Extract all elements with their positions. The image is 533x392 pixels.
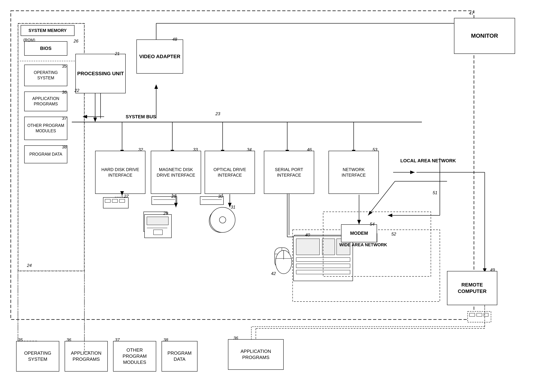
other-program-modules-box: OTHER PROGRAM MODULES — [24, 117, 67, 140]
svg-rect-92 — [296, 239, 320, 255]
svg-point-87 — [219, 217, 226, 223]
ref-53: 53 — [373, 147, 377, 152]
other-program-modules-expanded: OTHER PROGRAM MODULES — [113, 341, 156, 372]
svg-rect-74 — [103, 197, 128, 208]
application-programs-expanded: APPLICATION PROGRAMS — [65, 341, 108, 372]
ref-36c: 36 — [233, 336, 238, 341]
ref-47: 47 — [469, 11, 474, 16]
ref-27: 27 — [124, 194, 129, 199]
ref-52: 52 — [391, 232, 396, 237]
svg-marker-64 — [368, 211, 373, 215]
monitor-box: MONITOR — [454, 18, 515, 54]
modem-box: MODEM — [341, 224, 377, 242]
svg-marker-114 — [388, 214, 392, 217]
ref-34: 34 — [247, 147, 252, 152]
program-data-expanded: PROGRAM DATA — [162, 341, 197, 372]
ref-37a: 37 — [62, 116, 67, 121]
ref-28: 28 — [171, 194, 176, 199]
serial-port-interface-box: SERIAL PORT INTERFACE — [264, 151, 314, 194]
ref-22: 22 — [75, 88, 79, 93]
ref-38b: 38 — [163, 337, 168, 342]
ref-35b: 35 — [18, 337, 23, 342]
processing-unit-box: PROCESSING UNIT — [75, 54, 126, 93]
network-interface-box: NETWORK INTERFACE — [328, 151, 379, 194]
svg-marker-9 — [154, 84, 158, 89]
ref-36b: 36 — [66, 337, 71, 342]
ref-42: 42 — [271, 271, 276, 276]
mouse-device-42 — [275, 249, 293, 275]
application-programs-box: APPLICATION PROGRAMS — [24, 92, 67, 111]
ref-54: 54 — [370, 222, 375, 227]
optical-drive-interface-box: OPTICAL DRIVE INTERFACE — [205, 151, 255, 194]
ref-33: 33 — [193, 147, 198, 152]
remote-device-36c — [467, 311, 492, 324]
ref-35a: 35 — [62, 64, 67, 69]
svg-rect-81 — [147, 217, 168, 225]
local-area-network-label: LOCAL AREA NETWORK — [400, 158, 456, 163]
wide-area-network-label: WIDE AREA NETWORK — [339, 242, 387, 247]
floppy-device-29 — [144, 214, 172, 239]
ref-40: 40 — [305, 233, 310, 238]
svg-rect-93 — [322, 239, 335, 255]
ref-29: 29 — [163, 211, 168, 216]
svg-marker-110 — [357, 220, 361, 224]
video-adapter-box: VIDEO ADAPTER — [136, 39, 183, 74]
svg-marker-5 — [93, 117, 97, 122]
ref-46: 46 — [307, 147, 312, 152]
system-memory-label: SYSTEM MEMORY — [21, 25, 75, 36]
ref-23: 23 — [215, 111, 220, 116]
ref-36a: 36 — [62, 90, 67, 95]
remote-computer-box: REMOTE COMPUTER — [447, 271, 497, 305]
svg-rect-98 — [468, 311, 491, 322]
ref-49: 49 — [490, 267, 495, 272]
optical-disc-31 — [209, 206, 236, 234]
ref-21: 21 — [115, 51, 120, 56]
hard-disk-drive-interface-box: HARD DISK DRIVE INTERFACE — [95, 151, 145, 194]
ref-30: 30 — [218, 194, 223, 199]
program-data-box: PROGRAM DATA — [24, 145, 67, 163]
system-bus-label: SYSTEM BUS — [126, 114, 156, 120]
bios-box: BIOS — [24, 41, 67, 56]
ref-32: 32 — [138, 147, 143, 152]
operating-system-box: OPERATING SYSTEM — [24, 65, 67, 86]
ref-37b: 37 — [115, 337, 120, 342]
ref-48: 48 — [172, 37, 177, 42]
ref-26: 26 — [74, 39, 79, 44]
ref-24b: 24 — [27, 263, 32, 268]
ref-51: 51 — [433, 190, 438, 195]
diagram: 47 MONITOR SYSTEM MEMORY (ROM) BIOS OPER… — [0, 0, 533, 392]
operating-system-expanded: OPERATING SYSTEM — [16, 341, 59, 372]
ref-38a: 38 — [62, 145, 67, 149]
ref-31: 31 — [231, 205, 236, 210]
application-programs-remote: APPLICATION PROGRAMS — [228, 339, 284, 370]
magnetic-disk-drive-interface-box: MAGNETIC DISK DRIVE INTERFACE — [151, 151, 201, 194]
svg-marker-58 — [410, 171, 415, 174]
